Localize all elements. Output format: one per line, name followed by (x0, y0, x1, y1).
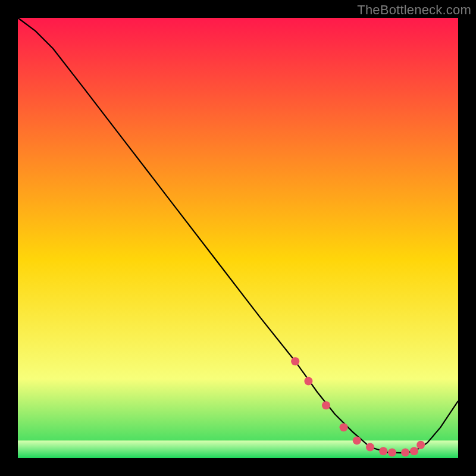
marker-dot (353, 436, 361, 444)
marker-dot (401, 448, 409, 456)
marker-dot (322, 401, 330, 409)
marker-dot (340, 423, 348, 431)
marker-dot (304, 377, 312, 386)
plot-area (18, 18, 458, 458)
marker-dot (410, 447, 418, 455)
bottleneck-chart (0, 0, 476, 476)
marker-dot (366, 443, 374, 452)
marker-dot (416, 441, 425, 449)
marker-dot (388, 448, 396, 456)
marker-dot (291, 357, 299, 365)
watermark-text: TheBottleneck.com (357, 2, 471, 18)
marker-dot (379, 447, 387, 455)
